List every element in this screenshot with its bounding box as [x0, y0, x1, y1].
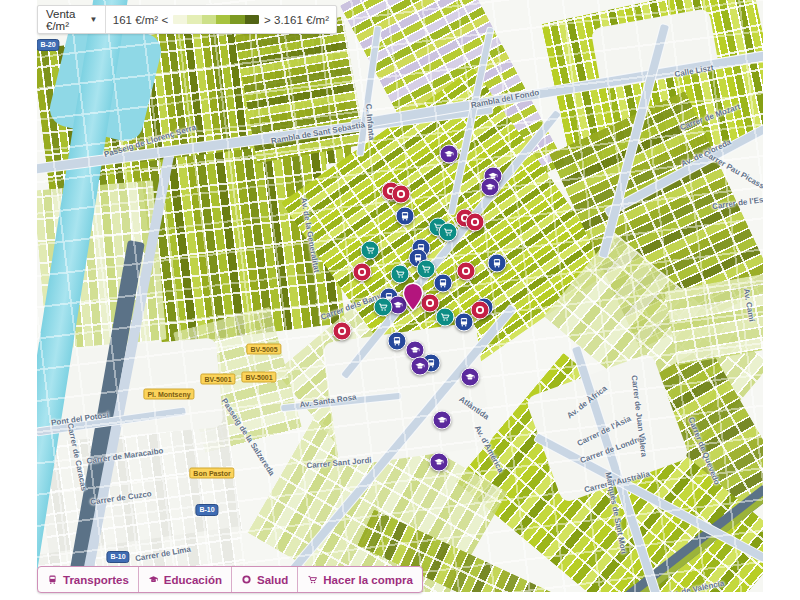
poi-marker-salud[interactable] — [471, 301, 490, 320]
map-control-bar: Venta €/m² ▼ 161 €/m² < > 3.161 €/m² — [37, 5, 337, 34]
poi-marker-compra[interactable] — [417, 260, 436, 279]
scale-min-label: 161 €/m² < — [113, 14, 168, 26]
shopping-cart-icon — [307, 574, 318, 585]
graduation-cap-icon — [415, 361, 426, 372]
graduation-cap-icon — [148, 574, 159, 585]
bus-icon — [400, 211, 411, 222]
circle-icon — [241, 574, 252, 585]
poi-marker-educacion[interactable] — [481, 178, 500, 197]
graduation-cap-icon — [485, 182, 496, 193]
circle-icon — [475, 305, 486, 316]
metric-dropdown-label: Venta €/m² — [46, 8, 83, 32]
scale-max-label: > 3.161 €/m² — [264, 14, 329, 26]
poi-marker-educacion[interactable] — [440, 145, 459, 164]
road-badge: BV-5005 — [246, 344, 281, 355]
circle-icon — [337, 326, 348, 337]
poi-marker-salud[interactable] — [353, 263, 372, 282]
price-scale-legend: 161 €/m² < > 3.161 €/m² — [106, 14, 336, 26]
graduation-cap-icon — [410, 345, 421, 356]
poi-marker-educacion[interactable] — [433, 411, 452, 430]
poi-marker-transportes[interactable] — [488, 254, 507, 273]
bus-icon — [492, 258, 503, 269]
legend-button-compra[interactable]: Hacer la compra — [297, 567, 422, 592]
poi-marker-salud[interactable] — [457, 262, 476, 281]
poi-marker-compra[interactable] — [361, 241, 380, 260]
price-gradient-bar — [173, 15, 259, 24]
poi-marker-transportes[interactable] — [388, 332, 407, 351]
poi-marker-educacion[interactable] — [430, 453, 449, 472]
road-badge: Pl. Montseny — [143, 389, 194, 400]
bus-icon — [459, 317, 470, 328]
circle-icon — [357, 267, 368, 278]
shopping-cart-icon — [395, 269, 406, 280]
poi-marker-compra[interactable] — [436, 308, 455, 327]
poi-marker-salud[interactable] — [333, 322, 352, 341]
road-badge: B-10 — [195, 504, 218, 516]
poi-marker-compra[interactable] — [439, 223, 458, 242]
circle-icon — [425, 298, 436, 309]
poi-legend: TransportesEducaciónSaludHacer la compra — [37, 566, 423, 593]
road-badge: BV-5001 — [241, 372, 276, 383]
poi-marker-educacion[interactable] — [411, 357, 430, 376]
road-badge: B-20 — [37, 39, 60, 51]
page: { "controls": { "metric_label": "Venta €… — [0, 0, 800, 600]
circle-icon — [470, 217, 481, 228]
road-badge: BV-5001 — [200, 374, 235, 385]
shopping-cart-icon — [443, 227, 454, 238]
property-pin[interactable] — [402, 282, 424, 316]
circle-icon — [461, 266, 472, 277]
graduation-cap-icon — [437, 415, 448, 426]
poi-marker-salud[interactable] — [466, 213, 485, 232]
legend-label: Transportes — [63, 574, 129, 586]
circle-icon — [396, 189, 407, 200]
shopping-cart-icon — [440, 312, 451, 323]
shopping-cart-icon — [421, 264, 432, 275]
poi-marker-transportes[interactable] — [434, 274, 453, 293]
graduation-cap-icon — [465, 372, 476, 383]
shopping-cart-icon — [378, 302, 389, 313]
legend-label: Educación — [164, 574, 222, 586]
graduation-cap-icon — [444, 149, 455, 160]
chevron-down-icon: ▼ — [89, 15, 97, 24]
graduation-cap-icon — [434, 457, 445, 468]
poi-marker-compra[interactable] — [374, 298, 393, 317]
road-badge: B-10 — [106, 551, 129, 563]
legend-label: Hacer la compra — [323, 574, 413, 586]
legend-button-salud[interactable]: Salud — [231, 567, 297, 592]
bus-icon — [438, 278, 449, 289]
poi-marker-transportes[interactable] — [396, 207, 415, 226]
poi-marker-compra[interactable] — [391, 265, 410, 284]
shopping-cart-icon — [365, 245, 376, 256]
bus-icon — [47, 574, 58, 585]
poi-marker-educacion[interactable] — [461, 368, 480, 387]
poi-marker-salud[interactable] — [392, 185, 411, 204]
legend-button-transportes[interactable]: Transportes — [38, 567, 138, 592]
poi-marker-transportes[interactable] — [455, 313, 474, 332]
metric-dropdown[interactable]: Venta €/m² ▼ — [38, 6, 105, 33]
road-badge: Bon Pastor — [189, 468, 234, 479]
price-map[interactable]: Rambla del FondoRambla de Sant SebastiàP… — [37, 0, 763, 592]
legend-label: Salud — [257, 574, 288, 586]
legend-button-educacion[interactable]: Educación — [138, 567, 231, 592]
bus-icon — [392, 336, 403, 347]
